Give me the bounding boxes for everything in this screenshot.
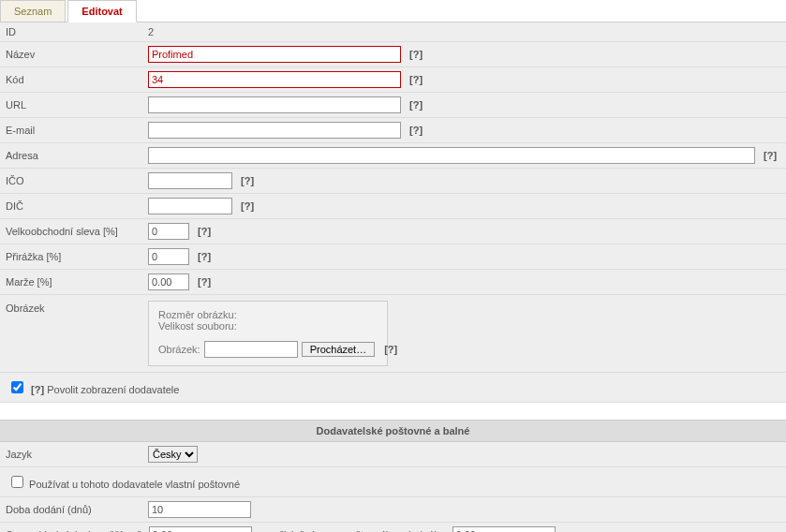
help-icon[interactable]: [?] [409, 125, 423, 136]
label-image: Obrázek [0, 295, 142, 373]
label-url: URL [0, 93, 142, 118]
input-order-gt[interactable] [149, 526, 252, 532]
help-icon[interactable]: [?] [241, 200, 254, 212]
input-address[interactable] [148, 147, 755, 164]
input-code[interactable] [148, 71, 401, 88]
image-panel: Rozměr obrázku: Velikost souboru: Obráze… [148, 301, 388, 366]
input-surcharge[interactable] [148, 248, 189, 265]
input-ico[interactable] [148, 172, 232, 189]
label-address: Adresa [0, 143, 142, 169]
label-name: Název [0, 42, 142, 67]
help-icon[interactable]: [?] [241, 175, 254, 186]
label-ico: IČO [0, 169, 142, 194]
input-ship-price[interactable] [452, 526, 556, 532]
image-field-label: Obrázek: [158, 344, 200, 355]
help-icon[interactable]: [?] [409, 99, 423, 111]
input-url[interactable] [148, 96, 401, 113]
input-wholesale[interactable] [148, 223, 189, 240]
label-dic: DIČ [0, 194, 142, 219]
input-name[interactable] [148, 46, 401, 63]
label-wholesale: Velkoobchodní sleva [%] [0, 219, 142, 244]
help-icon[interactable]: [?] [198, 251, 211, 262]
browse-button[interactable]: Procházet… [302, 342, 376, 357]
input-delivery-days[interactable] [148, 501, 251, 518]
allow-display-label: Povolit zobrazení dodavatele [47, 384, 179, 395]
help-icon[interactable]: [?] [764, 150, 777, 161]
image-size: Velikost souboru: [158, 320, 378, 332]
use-own-shipping-label: Používat u tohoto dodavatele vlastní poš… [29, 479, 240, 490]
help-icon[interactable]: [?] [409, 49, 423, 60]
label-surcharge: Přirážka [%] [0, 244, 142, 270]
help-icon[interactable]: [?] [384, 344, 397, 355]
checkbox-use-own-shipping[interactable] [11, 476, 23, 488]
image-dim: Rozměr obrázku: [158, 309, 378, 320]
help-icon[interactable]: [?] [198, 276, 211, 288]
help-icon[interactable]: [?] [409, 74, 423, 85]
label-id: ID [0, 22, 142, 42]
label-code: Kód [0, 67, 142, 93]
label-email: E-mail [0, 118, 142, 143]
input-email[interactable] [148, 122, 401, 139]
tab-editovat[interactable]: Editovat [67, 0, 136, 22]
label-language: Jazyk [0, 442, 142, 467]
input-image-path[interactable] [204, 341, 298, 358]
value-id: 2 [142, 22, 786, 42]
checkbox-allow-display[interactable] [11, 381, 23, 393]
help-icon[interactable]: [?] [198, 226, 211, 237]
label-delivery-days: Doba dodání (dnů) [0, 497, 142, 523]
input-dic[interactable] [148, 198, 232, 214]
section-shipping-title: Dodavatelské poštovné a balné [0, 420, 786, 442]
help-icon[interactable]: [?] [31, 384, 44, 395]
select-language[interactable]: Česky [148, 446, 198, 463]
input-margin[interactable] [148, 273, 189, 290]
label-margin: Marže [%] [0, 270, 142, 295]
tab-seznam[interactable]: Seznam [0, 0, 66, 22]
